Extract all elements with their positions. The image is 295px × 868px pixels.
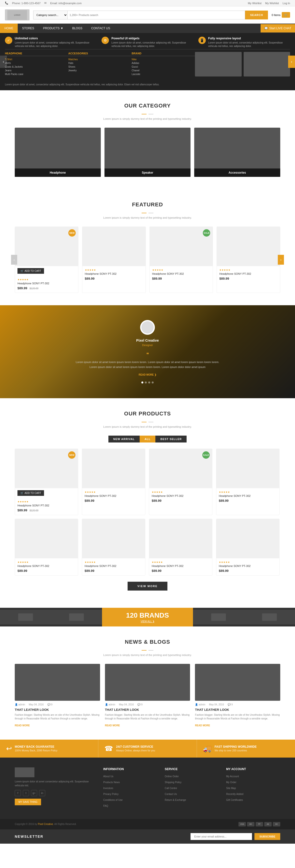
product-img-4 <box>217 227 280 266</box>
social-linkedin[interactable]: in <box>39 790 45 796</box>
social-facebook[interactable]: f <box>15 790 21 796</box>
social-google[interactable]: g+ <box>31 790 37 796</box>
product-grid-cart-1[interactable]: 🛒 ADD TO CART <box>18 490 44 496</box>
category-headphone[interactable]: Headphone <box>15 128 101 177</box>
brands-count-center[interactable]: 120 BRANDS VIEW ALL ❯ <box>102 608 193 626</box>
menu-item[interactable]: Chanel <box>132 69 195 72</box>
social-twitter[interactable]: t <box>23 790 29 796</box>
dot-4[interactable] <box>152 381 154 383</box>
footer-link-news[interactable]: Products News <box>103 780 157 784</box>
menu-item[interactable]: Jewelry <box>68 69 132 72</box>
slider-next[interactable]: › <box>288 56 295 68</box>
menu-brand-title: BRAND <box>132 52 195 56</box>
brand-link[interactable]: Pixel Creative <box>38 823 53 826</box>
tab-all[interactable]: ALL <box>140 436 155 442</box>
category-accessories[interactable]: Accessories <box>194 128 280 177</box>
slider-prev[interactable]: ‹ <box>0 56 7 68</box>
cart-icon[interactable]: 🛒 <box>282 12 290 18</box>
footer-logo <box>15 767 34 777</box>
footer-link-about[interactable]: About Us <box>103 774 157 778</box>
nav-contact[interactable]: CONTACT US <box>87 24 114 33</box>
dot-1[interactable] <box>141 381 143 383</box>
nav-home[interactable]: HOME <box>0 24 18 33</box>
live-chat-label: Start LIVE CHAT <box>269 27 291 30</box>
footer-link-faq[interactable]: FAQ <box>103 803 157 808</box>
footer-link-myorder[interactable]: My Order <box>226 780 280 784</box>
brand-logo-2 <box>51 610 102 624</box>
product-name-1: Headphone SONY PT-302 <box>18 282 76 285</box>
menu-item[interactable]: Gucci <box>132 65 195 69</box>
footer-link-sitemap[interactable]: Site Map <box>226 785 280 790</box>
testimonial-role: Designer <box>20 344 275 347</box>
wishlist-label[interactable]: My Wishlist <box>265 2 279 5</box>
menu-item[interactable]: Jeans <box>5 69 68 72</box>
newsletter-email-input[interactable] <box>191 833 252 840</box>
menu-item[interactable]: Hats <box>68 61 132 65</box>
menu-item[interactable]: Multi Packs case <box>5 72 68 76</box>
wishlist-link[interactable]: My Wishlist <box>248 2 262 5</box>
product-card-4: ★★★★★ Headphone SONY PT-302 $89.99 <box>216 448 280 515</box>
news-meta-1: 👤 admin May 04, 2016 💬 9 <box>15 703 100 706</box>
brands-bar: 120 BRANDS VIEW ALL ❯ <box>0 608 295 626</box>
news-card-1: 👤 admin May 04, 2016 💬 9 THAT LEATHER LO… <box>15 664 100 727</box>
logo: LOGO <box>5 9 30 21</box>
menu-item[interactable]: Shoes <box>68 65 132 69</box>
footer-link-call[interactable]: Call Centre <box>165 785 219 790</box>
read-more-2[interactable]: READ MORE <box>105 724 120 727</box>
testimonial-read-more[interactable]: read more ❯ <box>139 373 156 376</box>
footer-link-gift[interactable]: Gift Certificates <box>226 798 280 802</box>
search-input[interactable] <box>68 10 245 20</box>
search-button[interactable]: SEARCH <box>245 10 268 20</box>
footer-link-conditions[interactable]: Conditions of Use <box>103 798 157 802</box>
tab-best-seller[interactable]: BEST SELLER <box>155 436 187 442</box>
category-select[interactable]: Category search... <box>33 10 68 20</box>
category-speaker[interactable]: Speaker <box>104 128 191 177</box>
footer-account-title: MY ACCOUNT <box>226 767 280 771</box>
read-more-1[interactable]: READ MORE <box>15 724 30 727</box>
menu-brand: BRAND Nike Adidas Gucci Chanel Lacoste <box>132 52 195 76</box>
footer-link-investors[interactable]: Investors <box>103 785 157 790</box>
tab-new-arrival[interactable]: NEW ARRIVAL <box>108 436 140 442</box>
dot-active <box>141 650 146 651</box>
footer-link-recently[interactable]: Recently Added <box>226 792 280 796</box>
product-grid-price-1: $89.99 <box>18 508 27 512</box>
footer-link-order[interactable]: Online Order <box>165 774 219 778</box>
product-grid-old-1: $120.00 <box>30 509 38 512</box>
footer-save-btn[interactable]: MY SAVE THING <box>15 799 41 805</box>
avatar-image <box>141 321 154 334</box>
nav-products[interactable]: PRODUCTS ▼ <box>39 24 68 33</box>
footer-link-privacy[interactable]: Privacy Policy <box>103 792 157 796</box>
add-to-cart-btn-1[interactable]: 🛒 ADD TO CART <box>18 268 44 274</box>
menu-item[interactable]: Nike <box>132 58 195 61</box>
nav-blogs[interactable]: BLOGS <box>68 24 87 33</box>
product-price-2: $89.99 <box>85 277 95 280</box>
email-text: Email: info@example.com <box>50 2 81 5</box>
footer-link-myaccount[interactable]: My Account <box>226 774 280 778</box>
view-more-button[interactable]: VIEW MORE <box>128 582 167 591</box>
menu-item[interactable]: Lacoste <box>132 72 195 76</box>
payment-mc: MC <box>247 822 255 827</box>
menu-item[interactable]: Adidas <box>132 61 195 65</box>
brands-view-all[interactable]: VIEW ALL ❯ <box>109 620 186 623</box>
menu-item[interactable]: T-Shirt <box>5 58 68 61</box>
footer-link-contact[interactable]: Contact Us <box>165 792 219 796</box>
product-grid-img-5 <box>15 519 78 558</box>
live-chat-btn[interactable]: 💬 Start LIVE CHAT <box>261 24 295 32</box>
search-bar: Category search... SEARCH <box>33 10 268 20</box>
menu-item[interactable]: shirts <box>5 61 68 65</box>
dot-3[interactable] <box>148 381 150 383</box>
footer-service: SERVICE Online Order Shipping Policy Cal… <box>165 767 219 809</box>
footer-link-return[interactable]: Return & Exchange <box>165 798 219 802</box>
menu-item[interactable]: Watches <box>68 58 132 61</box>
featured-prev[interactable]: ‹ <box>11 255 17 265</box>
dot-inactive <box>149 114 154 114</box>
newsletter-submit-btn[interactable]: SUBSCRIBE <box>255 833 280 840</box>
menu-item[interactable]: Coats & Jackets <box>5 65 68 69</box>
dot-2[interactable] <box>145 381 147 383</box>
nav-stores[interactable]: STORES <box>18 24 39 33</box>
featured-next[interactable]: › <box>278 255 284 265</box>
login-link[interactable]: Log In <box>283 2 290 5</box>
footer-link-shipping[interactable]: Shipping Policy <box>165 780 219 784</box>
read-more-3[interactable]: READ MORE <box>195 724 210 727</box>
product-grid-price-5: $89.99 <box>18 569 27 572</box>
